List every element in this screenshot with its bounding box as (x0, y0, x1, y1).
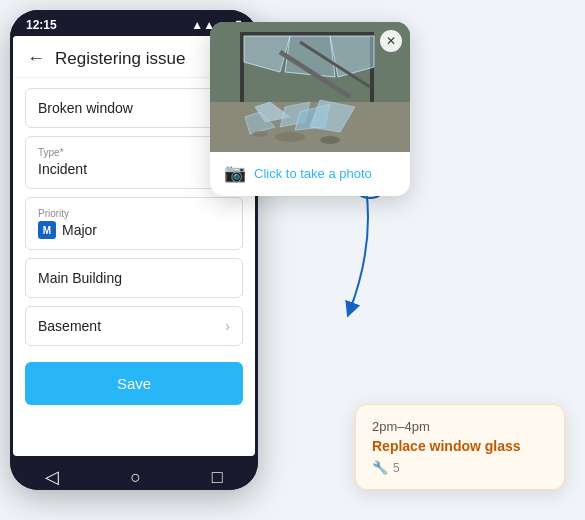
photo-action-text: Click to take a photo (254, 166, 372, 181)
nav-home-icon[interactable]: ○ (130, 467, 141, 488)
issue-name-value: Broken window (38, 100, 133, 116)
nav-back-icon[interactable]: ◁ (45, 466, 59, 488)
camera-icon: 📷 (224, 162, 246, 184)
nav-menu-icon[interactable]: □ (212, 467, 223, 488)
sublocation-field[interactable]: Basement › (25, 306, 243, 346)
back-button[interactable]: ← (27, 48, 45, 69)
schedule-title: Replace window glass (372, 438, 548, 454)
priority-row: M Major (38, 221, 230, 239)
location-field[interactable]: Main Building (25, 258, 243, 298)
chevron-right-icon: › (225, 318, 230, 334)
workers-icon: 🔧 (372, 460, 388, 475)
svg-rect-7 (240, 32, 244, 102)
save-button[interactable]: Save (25, 362, 243, 405)
status-time: 12:15 (26, 18, 57, 32)
svg-rect-9 (240, 32, 374, 36)
location-value: Main Building (38, 270, 122, 286)
photo-action-area[interactable]: 📷 Click to take a photo (210, 152, 410, 184)
photo-card: ✕ 📷 Click to take a photo (210, 22, 410, 196)
svg-point-16 (320, 136, 340, 144)
workers-count: 5 (393, 461, 400, 475)
priority-value: Major (62, 222, 97, 238)
sublocation-value: Basement (38, 318, 101, 334)
type-label: Type* (38, 147, 230, 158)
schedule-time: 2pm–4pm (372, 419, 548, 434)
page-title: Registering issue (55, 49, 185, 69)
schedule-card: 2pm–4pm Replace window glass 🔧 5 (355, 404, 565, 490)
priority-label: Priority (38, 208, 230, 219)
priority-field[interactable]: Priority M Major (25, 197, 243, 250)
svg-point-15 (275, 132, 305, 142)
type-value: Incident (38, 161, 87, 177)
svg-point-17 (252, 131, 268, 137)
close-icon: ✕ (386, 34, 396, 48)
close-button[interactable]: ✕ (380, 30, 402, 52)
photo-image: ✕ (210, 22, 410, 152)
nav-bar: ◁ ○ □ (10, 456, 258, 490)
priority-badge: M (38, 221, 56, 239)
schedule-workers: 🔧 5 (372, 460, 548, 475)
